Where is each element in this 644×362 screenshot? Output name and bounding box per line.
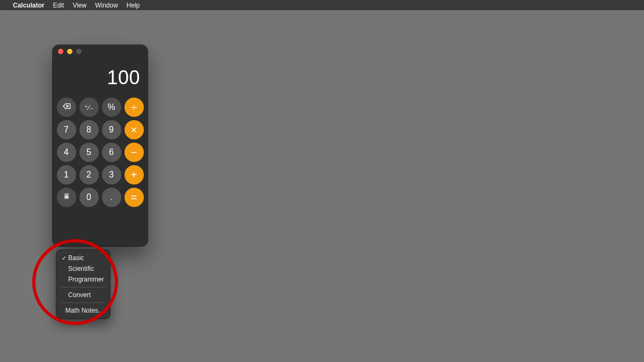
delete-key[interactable] [57,98,76,117]
plus-key[interactable]: + [125,165,144,184]
digit-6-key[interactable]: 6 [102,143,121,162]
maximize-window-button[interactable] [76,49,82,54]
equals-icon: = [131,191,137,204]
digit-9-key[interactable]: 9 [102,120,121,139]
digit-5-key[interactable]: 5 [79,143,99,162]
menu-label: Convert [68,291,91,299]
digit-0-key[interactable]: 0 [79,188,99,207]
mode-menu-convert[interactable]: Convert [56,290,110,300]
svg-rect-3 [64,194,68,196]
svg-point-8 [66,198,67,198]
digit-label: 7 [64,125,69,135]
mode-menu-basic[interactable]: ✓ Basic [56,253,110,263]
multiply-key[interactable]: × [125,120,144,139]
divide-icon: ÷ [131,101,137,114]
plus-minus-icon: ⁺∕₋ [84,104,93,112]
svg-point-7 [64,198,65,198]
menu-label: Programmer [68,276,104,283]
digit-1-key[interactable]: 1 [57,165,76,184]
digit-label: 8 [86,125,91,135]
digit-8-key[interactable]: 8 [79,120,99,139]
minimize-window-button[interactable] [67,49,72,54]
close-window-button[interactable] [58,49,63,54]
svg-point-6 [67,196,68,197]
macos-menu-bar: Calculator Edit View Window Help [0,0,644,10]
delete-icon [62,102,71,113]
menu-label: Scientific [68,265,94,272]
menu-separator [61,287,106,287]
percent-label: % [107,102,115,112]
digit-label: 9 [109,125,114,135]
mode-menu-math-notes[interactable]: Math Notes… [56,305,110,316]
mode-menu-scientific[interactable]: Scientific [56,263,110,274]
menubar-app-name[interactable]: Calculator [13,2,45,9]
digit-7-key[interactable]: 7 [57,120,76,139]
equals-key[interactable]: = [125,188,144,207]
calculator-mode-key[interactable] [57,188,76,207]
digit-label: 0 [86,193,91,202]
digit-label: 3 [109,170,114,180]
window-titlebar [53,45,148,58]
digit-3-key[interactable]: 3 [102,165,121,184]
digit-label: 5 [86,147,91,157]
menubar-window[interactable]: Window [95,2,118,9]
divide-key[interactable]: ÷ [125,98,144,117]
calculator-window: 100 ⁺∕₋ % ÷ 7 8 9 × 4 5 6 − 1 2 3 + [53,45,148,246]
minus-icon: − [131,146,137,159]
decimal-key[interactable]: . [102,188,121,207]
digit-2-key[interactable]: 2 [79,165,99,184]
calculator-mode-menu: ✓ Basic Scientific Programmer Convert Ma… [56,250,110,319]
multiply-icon: × [131,124,137,136]
svg-point-9 [67,198,68,198]
digit-label: 6 [109,147,114,157]
menubar-view[interactable]: View [72,2,86,9]
digit-label: 4 [64,147,69,157]
checkmark-icon: ✓ [61,255,67,262]
minus-key[interactable]: − [125,143,144,162]
calculator-display: 100 [53,58,148,92]
digit-4-key[interactable]: 4 [57,143,76,162]
menu-label: Math Notes… [65,307,105,314]
svg-point-4 [64,196,65,197]
menubar-edit[interactable]: Edit [53,2,64,9]
percent-key[interactable]: % [102,98,121,117]
menu-separator [61,302,106,303]
menubar-help[interactable]: Help [127,2,140,9]
plus-minus-key[interactable]: ⁺∕₋ [79,98,99,117]
digit-label: 1 [64,170,69,180]
decimal-label: . [110,193,112,202]
menu-label: Basic [68,254,84,262]
calculator-keypad: ⁺∕₋ % ÷ 7 8 9 × 4 5 6 − 1 2 3 + [53,92,148,213]
plus-icon: + [131,169,137,181]
digit-label: 2 [86,170,91,180]
mode-menu-programmer[interactable]: Programmer [56,274,110,285]
calculator-mode-icon [62,192,71,203]
svg-point-5 [66,196,67,197]
